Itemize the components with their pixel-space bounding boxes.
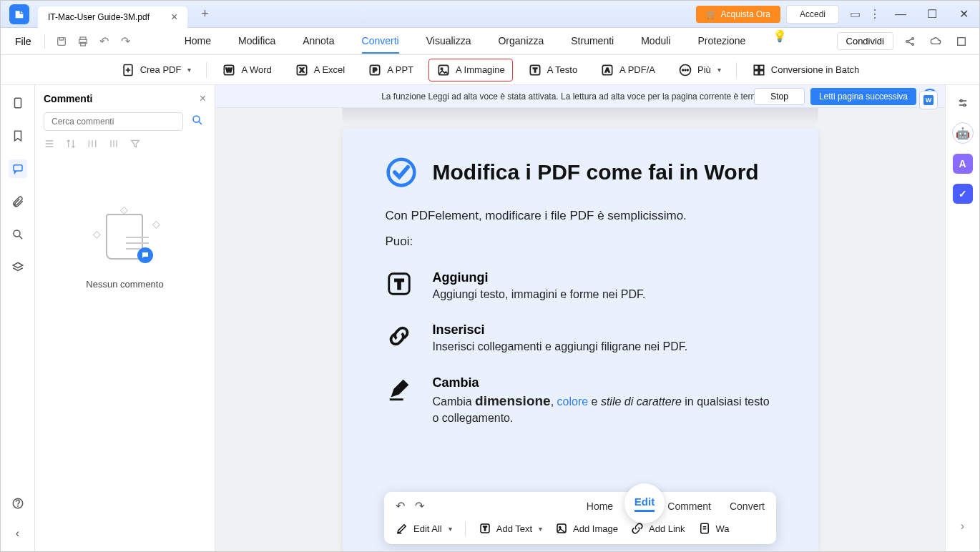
close-tab-icon[interactable]: ×: [171, 11, 177, 24]
word-icon: W: [222, 63, 236, 77]
svg-rect-26: [760, 65, 764, 69]
feat2-title: Inserisci: [433, 322, 688, 337]
type-filter-icon[interactable]: [108, 138, 119, 152]
tab-tools[interactable]: Strumenti: [571, 29, 614, 54]
verify-icon[interactable]: ✓: [953, 184, 973, 204]
ft-add-image[interactable]: Add Image: [555, 522, 618, 535]
ft-add-text[interactable]: TAdd Text ▾: [479, 522, 542, 535]
create-pdf-button[interactable]: Crea PDF▾: [113, 59, 200, 82]
comment-filters: [44, 137, 206, 157]
layers-icon[interactable]: [9, 258, 27, 277]
to-pdfa-button[interactable]: A A PDF/A: [592, 59, 663, 82]
share-network-icon[interactable]: [901, 32, 919, 51]
redo-icon[interactable]: ↷: [117, 32, 135, 51]
search-comments-input[interactable]: [44, 112, 183, 131]
text-icon: T: [528, 63, 542, 77]
ft-undo-icon[interactable]: ↶: [396, 499, 405, 513]
read-next-page-button[interactable]: Letti pagina successiva: [810, 88, 916, 105]
ft-edit-all[interactable]: Edit All ▾: [396, 522, 452, 535]
svg-text:X: X: [300, 66, 305, 74]
svg-point-44: [960, 100, 962, 102]
adjustments-icon[interactable]: [954, 94, 972, 112]
ft-watermark[interactable]: Wa: [698, 522, 730, 535]
comments-rail-icon[interactable]: [9, 159, 27, 178]
comments-title: Commenti: [44, 93, 92, 104]
more-dots-icon: [678, 63, 692, 77]
more-convert-button[interactable]: Più▾: [670, 59, 729, 82]
attachments-icon[interactable]: [9, 192, 27, 211]
notice-text: La funzione Leggi ad alta voce è stata a…: [381, 92, 779, 102]
bookmarks-icon[interactable]: [9, 127, 27, 145]
to-excel-button[interactable]: X A Excel: [287, 59, 353, 82]
comments-panel: Commenti × ◇ ◇ ◇: [35, 85, 215, 552]
tab-protect[interactable]: Protezione: [697, 29, 745, 54]
svg-text:P: P: [373, 66, 377, 74]
tab-modify[interactable]: Modifica: [238, 29, 275, 54]
document-area: La funzione Leggi ad alta voce è stata a…: [215, 85, 945, 552]
svg-rect-30: [14, 165, 22, 171]
ft-tab-convert[interactable]: Convert: [730, 501, 765, 512]
left-rail: ‹: [1, 85, 35, 552]
login-button[interactable]: Accedi: [786, 5, 839, 24]
save-icon[interactable]: [52, 32, 71, 51]
menubar: File ↶ ↷ Home Modifica Annota Converti V…: [1, 28, 979, 55]
tab-annotate[interactable]: Annota: [303, 29, 334, 54]
buy-now-button[interactable]: 🛒 Acquista Ora: [696, 6, 780, 23]
filter-icon[interactable]: [129, 138, 141, 152]
batch-convert-button[interactable]: Conversione in Batch: [744, 59, 868, 82]
close-panel-icon[interactable]: ×: [200, 92, 206, 105]
share-button[interactable]: Condividi: [837, 32, 893, 50]
sort-icon[interactable]: [65, 138, 77, 152]
more-icon[interactable]: ⋮: [865, 4, 885, 24]
tab-forms[interactable]: Moduli: [641, 29, 670, 54]
tab-home[interactable]: Home: [185, 29, 211, 54]
page-viewport[interactable]: Modifica i PDF come fai in Word Con PDFe…: [215, 108, 945, 552]
edit-tab-bubble[interactable]: Edit: [624, 483, 665, 523]
cart-icon: 🛒: [706, 9, 717, 19]
add-tab-button[interactable]: +: [196, 6, 213, 21]
search-icon[interactable]: [189, 114, 206, 129]
document-tab[interactable]: IT-Mac-User Guide-3M.pdf ×: [38, 6, 187, 28]
author-filter-icon[interactable]: [87, 138, 98, 152]
to-image-button[interactable]: A Immagine: [428, 59, 513, 82]
ft-tab-comment[interactable]: Comment: [667, 501, 711, 512]
svg-point-23: [685, 69, 686, 71]
label: A Testo: [547, 64, 577, 75]
feature-change: Cambia Cambia dimensione, colore e stile…: [386, 375, 775, 427]
tips-icon[interactable]: 💡: [773, 29, 787, 54]
svg-text:T: T: [483, 526, 486, 532]
maximize-button[interactable]: ☐: [916, 1, 948, 28]
read-aloud-notice: La funzione Leggi ad alta voce è stata a…: [215, 85, 945, 108]
search-rail-icon[interactable]: [9, 225, 27, 244]
ft-redo-icon[interactable]: ↷: [415, 499, 424, 513]
ai-chat-icon[interactable]: 🤖: [952, 122, 974, 144]
collapse-left-icon[interactable]: ‹: [9, 524, 27, 543]
text-box-icon: T: [386, 270, 413, 297]
ft-tab-home[interactable]: Home: [587, 501, 613, 512]
stop-reading-button[interactable]: Stop: [754, 88, 805, 105]
tab-organize[interactable]: Organizza: [498, 29, 544, 54]
to-text-button[interactable]: T A Testo: [520, 59, 585, 82]
print-icon[interactable]: [74, 32, 92, 51]
help-icon[interactable]: [9, 494, 27, 513]
word-export-badge[interactable]: W: [919, 91, 938, 109]
fullscreen-icon[interactable]: [952, 32, 971, 51]
right-rail: 🤖 A ✓ ›: [945, 85, 979, 552]
tab-convert[interactable]: Converti: [362, 29, 399, 54]
list-view-icon[interactable]: [44, 138, 55, 152]
minimize-button[interactable]: —: [885, 1, 916, 28]
collapse-right-icon[interactable]: ›: [954, 517, 972, 536]
tab-view[interactable]: Visualizza: [426, 29, 471, 54]
file-menu[interactable]: File: [9, 36, 37, 47]
ft-add-link[interactable]: Add Link: [631, 522, 685, 535]
to-ppt-button[interactable]: P A PPT: [360, 59, 421, 82]
close-window-button[interactable]: ✕: [948, 1, 979, 28]
cloud-icon[interactable]: [926, 32, 945, 51]
message-icon[interactable]: ▭: [845, 4, 865, 24]
tab-title: IT-Mac-User Guide-3M.pdf: [48, 12, 150, 22]
ai-assist-icon[interactable]: A: [953, 154, 973, 174]
svg-rect-27: [754, 70, 758, 74]
thumbnails-icon[interactable]: [9, 94, 27, 112]
to-word-button[interactable]: W A Word: [214, 59, 279, 82]
undo-icon[interactable]: ↶: [95, 32, 114, 51]
